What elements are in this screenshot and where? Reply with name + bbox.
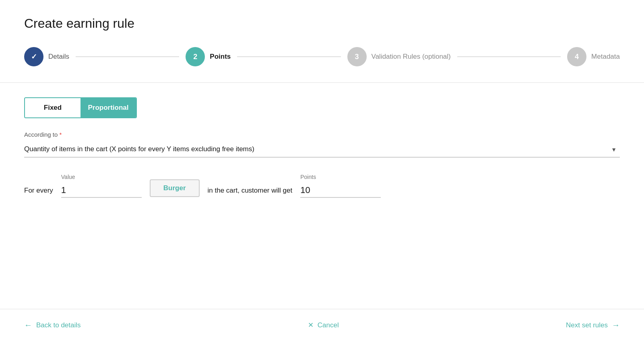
according-to-select-wrapper: Quantity of items in the cart (X points … (24, 141, 620, 158)
step-circle-details: ✓ (24, 47, 43, 66)
proportional-toggle-button[interactable]: Proportional (80, 98, 136, 117)
step-circle-validation: 3 (347, 47, 367, 66)
step-validation: 3 Validation Rules (optional) (347, 47, 451, 66)
back-arrow-icon: ← (24, 320, 32, 330)
next-set-rules-button[interactable]: Next set rules → (566, 320, 620, 330)
points-input[interactable] (300, 183, 381, 198)
step-circle-points: 2 (186, 47, 205, 66)
for-every-label: For every (24, 187, 53, 198)
fixed-toggle-button[interactable]: Fixed (25, 98, 80, 117)
page-title: Create earning rule (24, 16, 620, 31)
back-to-details-button[interactable]: ← Back to details (24, 320, 81, 330)
value-input[interactable] (61, 183, 142, 198)
unit-button[interactable]: Burger (150, 179, 200, 197)
for-every-row: For every Value Burger in the cart, cust… (24, 174, 620, 198)
points-input-group: Points (300, 174, 381, 198)
step-label-metadata: Metadata (591, 53, 620, 61)
type-toggle: Fixed Proportional (24, 97, 137, 118)
footer-bar: ← Back to details ✕ Cancel Next set rule… (0, 309, 644, 341)
step-details: ✓ Details (24, 47, 69, 66)
step-metadata: 4 Metadata (567, 47, 620, 66)
cancel-button[interactable]: ✕ Cancel (308, 321, 339, 329)
step-label-details: Details (48, 53, 69, 61)
step-connector-1 (76, 56, 179, 57)
step-circle-metadata: 4 (567, 47, 586, 66)
step-label-points: Points (210, 53, 231, 61)
in-cart-label: in the cart, customer will get (208, 187, 293, 198)
stepper: ✓ Details 2 Points 3 Validation Rules (o… (24, 47, 620, 66)
divider (0, 82, 644, 83)
step-connector-3 (457, 56, 561, 57)
step-label-validation: Validation Rules (optional) (372, 53, 451, 61)
next-arrow-icon: → (612, 320, 620, 330)
step-connector-2 (237, 56, 341, 57)
according-to-label: According to * (24, 131, 620, 138)
according-to-select[interactable]: Quantity of items in the cart (X points … (24, 141, 620, 158)
value-label: Value (61, 174, 142, 180)
step-points: 2 Points (186, 47, 231, 66)
points-label: Points (300, 174, 381, 180)
cancel-icon: ✕ (308, 321, 314, 329)
value-input-group: Value (61, 174, 142, 198)
